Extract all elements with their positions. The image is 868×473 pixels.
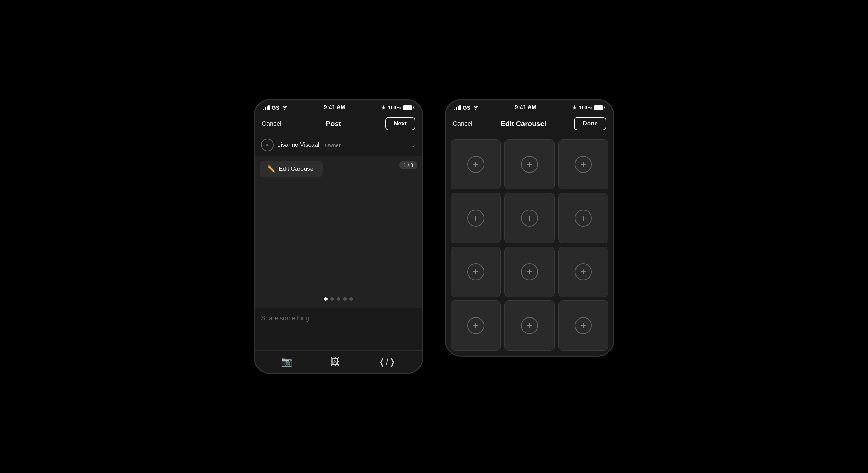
status-left-2: GS xyxy=(454,105,479,111)
chevron-down-icon: ⌄ xyxy=(411,141,416,149)
battery-label-1: 100% xyxy=(388,105,401,110)
carousel-cell-12[interactable]: + xyxy=(558,300,608,351)
status-bar-2: GS 9:41 AM ★ 100% xyxy=(446,100,613,113)
dot-2 xyxy=(330,297,334,301)
post-title: Post xyxy=(326,120,341,128)
add-icon-10: + xyxy=(467,317,484,334)
carousel-grid: + + + + + + + xyxy=(446,134,613,356)
status-left-1: GS xyxy=(263,105,288,111)
user-info: ● Lisanne Viscaal Owner xyxy=(261,139,341,151)
add-icon-6: + xyxy=(575,210,592,227)
battery-icon-2 xyxy=(594,105,605,110)
bt-icon-2: ★ xyxy=(572,105,577,110)
dot-5 xyxy=(349,297,353,301)
carousel-dots xyxy=(324,297,353,301)
dot-3 xyxy=(337,297,340,301)
pencil-icon: ✏️ xyxy=(267,165,275,173)
battery-icon-1 xyxy=(403,105,414,110)
carousel-cell-3[interactable]: + xyxy=(558,139,608,189)
share-placeholder: Share something... xyxy=(261,315,314,322)
bt-icon-1: ★ xyxy=(381,105,386,110)
add-icon-11: + xyxy=(521,317,538,334)
user-row[interactable]: ● Lisanne Viscaal Owner ⌄ xyxy=(255,134,422,156)
add-icon-4: + xyxy=(467,210,484,227)
add-icon-9: + xyxy=(575,263,592,280)
nav-bar-2: Cancel Edit Carousel Done xyxy=(446,113,613,134)
add-icon-2: + xyxy=(521,156,538,173)
wifi-icon-2 xyxy=(473,105,479,110)
carousel-cell-5[interactable]: + xyxy=(504,193,555,243)
image-icon[interactable]: 🖼 xyxy=(330,356,340,367)
add-icon-3: + xyxy=(575,156,592,173)
carousel-grid-body: + + + + + + + xyxy=(446,134,613,356)
edit-carousel-label: Edit Carousel xyxy=(279,165,315,173)
code-icon[interactable]: ❬/❭ xyxy=(378,356,396,367)
add-icon-12: + xyxy=(575,317,592,334)
wifi-icon xyxy=(282,105,288,110)
avatar: ● xyxy=(261,139,274,151)
time-label-1: 9:41 AM xyxy=(324,104,346,111)
carousel-cell-9[interactable]: + xyxy=(558,247,608,297)
nav-bar-1: Cancel Post Next xyxy=(255,113,422,134)
battery-label-2: 100% xyxy=(579,105,592,110)
done-button[interactable]: Done xyxy=(574,117,606,130)
post-screen: GS 9:41 AM ★ 100% Cancel Post Next xyxy=(254,99,423,374)
status-right-2: ★ 100% xyxy=(572,105,605,110)
add-icon-8: + xyxy=(521,263,538,280)
carousel-cell-11[interactable]: + xyxy=(504,300,555,351)
carousel-cell-8[interactable]: + xyxy=(504,247,555,297)
add-icon-1: + xyxy=(467,156,484,173)
status-right-1: ★ 100% xyxy=(381,105,414,110)
next-button[interactable]: Next xyxy=(385,117,415,130)
carousel-cell-7[interactable]: + xyxy=(451,247,501,297)
carousel-cell-2[interactable]: + xyxy=(504,139,555,189)
carousel-cell-6[interactable]: + xyxy=(558,193,608,243)
camera-icon[interactable]: 📷 xyxy=(281,356,292,367)
dot-1 xyxy=(324,297,328,301)
carousel-counter: 1 / 3 xyxy=(399,161,417,169)
carousel-cell-1[interactable]: + xyxy=(451,139,501,189)
carousel-area: ✏️ Edit Carousel 1 / 3 xyxy=(255,156,422,308)
carousel-cell-10[interactable]: + xyxy=(451,300,501,351)
time-label-2: 9:41 AM xyxy=(515,104,537,111)
signal-icon xyxy=(263,105,270,110)
share-input-area[interactable]: Share something... xyxy=(255,308,422,350)
dot-4 xyxy=(343,297,347,301)
add-icon-7: + xyxy=(467,263,484,280)
bottom-toolbar: 📷 🖼 ❬/❭ xyxy=(255,350,422,373)
cancel-button-2[interactable]: Cancel xyxy=(453,120,473,128)
edit-carousel-button[interactable]: ✏️ Edit Carousel xyxy=(260,161,323,177)
status-bar-1: GS 9:41 AM ★ 100% xyxy=(255,100,422,113)
signal-icon-2 xyxy=(454,105,461,110)
user-name: Lisanne Viscaal xyxy=(277,141,319,148)
edit-carousel-title: Edit Carousel xyxy=(500,120,546,128)
add-icon-5: + xyxy=(521,210,538,227)
cancel-button-1[interactable]: Cancel xyxy=(262,120,282,128)
carousel-cell-4[interactable]: + xyxy=(451,193,501,243)
edit-carousel-screen: GS 9:41 AM ★ 100% Cancel Edit Carousel D… xyxy=(445,99,614,357)
carrier-label-2: GS xyxy=(463,105,470,111)
user-role: Owner xyxy=(325,142,341,148)
carrier-label: GS xyxy=(272,105,279,111)
